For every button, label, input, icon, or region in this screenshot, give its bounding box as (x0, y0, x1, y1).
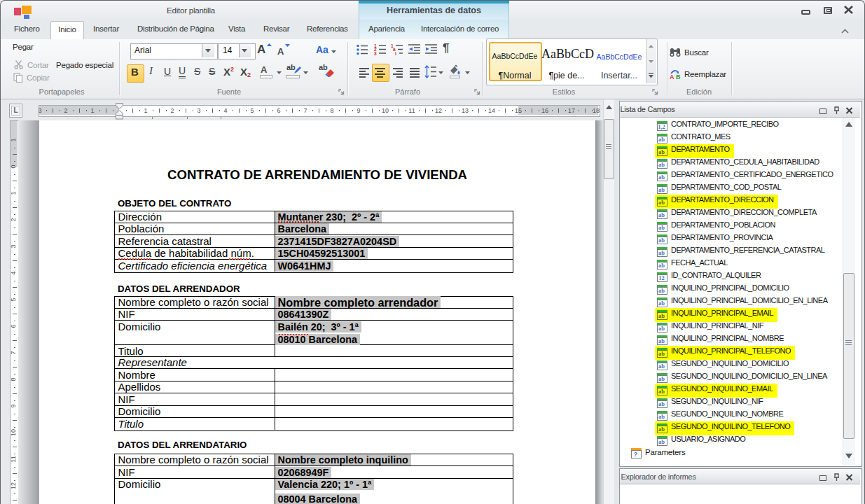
svg-text:i: i (395, 51, 396, 56)
svg-text:A: A (670, 74, 674, 79)
svg-text:B: B (676, 74, 681, 79)
svg-text:3: 3 (374, 51, 377, 56)
